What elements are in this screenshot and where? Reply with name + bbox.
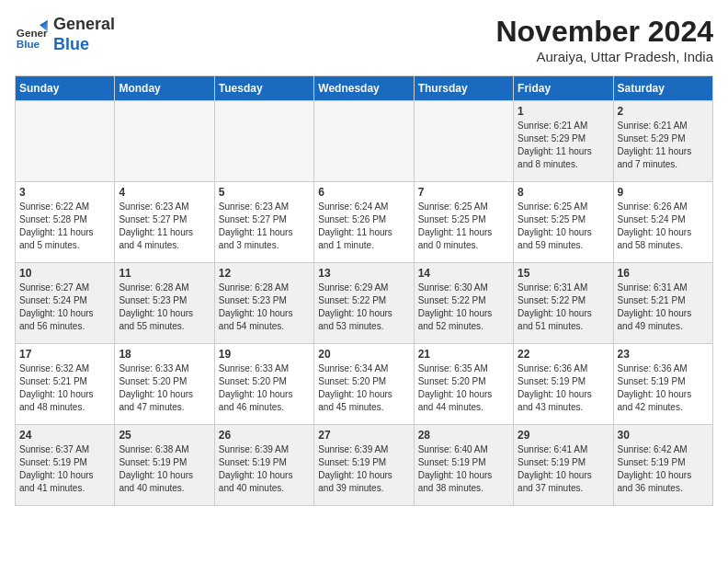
header-wednesday: Wednesday [314, 76, 414, 101]
day-info: Sunrise: 6:28 AMSunset: 5:23 PMDaylight:… [219, 282, 310, 333]
day-info: Sunrise: 6:37 AMSunset: 5:19 PMDaylight:… [19, 443, 110, 495]
logo-icon: General Blue [15, 18, 48, 52]
day-number: 12 [219, 267, 310, 280]
day-info: Sunrise: 6:23 AMSunset: 5:27 PMDaylight:… [119, 201, 210, 252]
day-number: 20 [318, 348, 409, 361]
day-info: Sunrise: 6:21 AMSunset: 5:29 PMDaylight:… [618, 120, 709, 171]
logo: General Blue GeneralBlue [15, 15, 115, 54]
day-info: Sunrise: 6:25 AMSunset: 5:25 PMDaylight:… [418, 201, 509, 252]
day-info: Sunrise: 6:23 AMSunset: 5:27 PMDaylight:… [219, 201, 310, 252]
day-number: 10 [19, 267, 110, 280]
day-info: Sunrise: 6:28 AMSunset: 5:23 PMDaylight:… [119, 282, 210, 333]
day-number: 3 [19, 186, 110, 199]
day-info: Sunrise: 6:24 AMSunset: 5:26 PMDaylight:… [318, 201, 409, 252]
day-number: 27 [318, 429, 409, 442]
cell-4-1: 25Sunrise: 6:38 AMSunset: 5:19 PMDayligh… [115, 425, 214, 506]
month-title: November 2024 [495, 15, 713, 49]
day-info: Sunrise: 6:39 AMSunset: 5:19 PMDaylight:… [318, 443, 409, 495]
day-number: 22 [518, 348, 609, 361]
day-info: Sunrise: 6:41 AMSunset: 5:19 PMDaylight:… [518, 443, 609, 495]
calendar-header: Sunday Monday Tuesday Wednesday Thursday… [16, 76, 713, 101]
day-info: Sunrise: 6:31 AMSunset: 5:22 PMDaylight:… [518, 282, 609, 333]
svg-text:Blue: Blue [17, 38, 40, 50]
day-number: 9 [618, 186, 709, 199]
header-saturday: Saturday [613, 76, 712, 101]
day-number: 6 [318, 186, 409, 199]
day-number: 5 [219, 186, 310, 199]
cell-4-5: 29Sunrise: 6:41 AMSunset: 5:19 PMDayligh… [514, 425, 613, 506]
week-row-5: 24Sunrise: 6:37 AMSunset: 5:19 PMDayligh… [16, 425, 713, 506]
cell-2-2: 12Sunrise: 6:28 AMSunset: 5:23 PMDayligh… [214, 263, 313, 344]
cell-2-4: 14Sunrise: 6:30 AMSunset: 5:22 PMDayligh… [414, 263, 513, 344]
day-number: 7 [418, 186, 509, 199]
cell-0-4 [414, 101, 513, 182]
day-number: 23 [618, 348, 709, 361]
day-number: 25 [119, 429, 210, 442]
cell-4-0: 24Sunrise: 6:37 AMSunset: 5:19 PMDayligh… [16, 425, 115, 506]
cell-0-1 [115, 101, 214, 182]
cell-1-3: 6Sunrise: 6:24 AMSunset: 5:26 PMDaylight… [314, 182, 414, 263]
day-number: 11 [119, 267, 210, 280]
cell-0-3 [314, 101, 414, 182]
cell-3-4: 21Sunrise: 6:35 AMSunset: 5:20 PMDayligh… [414, 344, 513, 425]
cell-2-0: 10Sunrise: 6:27 AMSunset: 5:24 PMDayligh… [16, 263, 115, 344]
week-row-4: 17Sunrise: 6:32 AMSunset: 5:21 PMDayligh… [16, 344, 713, 425]
day-info: Sunrise: 6:25 AMSunset: 5:25 PMDaylight:… [518, 201, 609, 252]
cell-4-4: 28Sunrise: 6:40 AMSunset: 5:19 PMDayligh… [414, 425, 513, 506]
cell-1-5: 8Sunrise: 6:25 AMSunset: 5:25 PMDaylight… [514, 182, 613, 263]
cell-1-2: 5Sunrise: 6:23 AMSunset: 5:27 PMDaylight… [214, 182, 313, 263]
title-block: November 2024 Auraiya, Uttar Pradesh, In… [495, 15, 713, 64]
day-info: Sunrise: 6:35 AMSunset: 5:20 PMDaylight:… [418, 362, 509, 414]
week-row-1: 1Sunrise: 6:21 AMSunset: 5:29 PMDaylight… [16, 101, 713, 182]
cell-2-1: 11Sunrise: 6:28 AMSunset: 5:23 PMDayligh… [115, 263, 214, 344]
week-row-2: 3Sunrise: 6:22 AMSunset: 5:28 PMDaylight… [16, 182, 713, 263]
day-info: Sunrise: 6:36 AMSunset: 5:19 PMDaylight:… [618, 362, 709, 414]
day-number: 13 [318, 267, 409, 280]
day-number: 29 [518, 429, 609, 442]
day-info: Sunrise: 6:22 AMSunset: 5:28 PMDaylight:… [19, 201, 110, 252]
cell-3-3: 20Sunrise: 6:34 AMSunset: 5:20 PMDayligh… [314, 344, 414, 425]
day-info: Sunrise: 6:33 AMSunset: 5:20 PMDaylight:… [219, 362, 310, 414]
day-number: 4 [119, 186, 210, 199]
header-sunday: Sunday [16, 76, 115, 101]
cell-2-5: 15Sunrise: 6:31 AMSunset: 5:22 PMDayligh… [514, 263, 613, 344]
svg-text:General: General [17, 26, 48, 38]
header-tuesday: Tuesday [214, 76, 313, 101]
cell-2-3: 13Sunrise: 6:29 AMSunset: 5:22 PMDayligh… [314, 263, 414, 344]
day-info: Sunrise: 6:33 AMSunset: 5:20 PMDaylight:… [119, 362, 210, 414]
day-number: 17 [19, 348, 110, 361]
cell-1-1: 4Sunrise: 6:23 AMSunset: 5:27 PMDaylight… [115, 182, 214, 263]
calendar-body: 1Sunrise: 6:21 AMSunset: 5:29 PMDaylight… [16, 101, 713, 506]
day-info: Sunrise: 6:27 AMSunset: 5:24 PMDaylight:… [19, 282, 110, 333]
cell-0-5: 1Sunrise: 6:21 AMSunset: 5:29 PMDaylight… [514, 101, 613, 182]
day-number: 26 [219, 429, 310, 442]
day-info: Sunrise: 6:34 AMSunset: 5:20 PMDaylight:… [318, 362, 409, 414]
page-header: General Blue GeneralBlue November 2024 A… [15, 15, 713, 64]
header-row: Sunday Monday Tuesday Wednesday Thursday… [16, 76, 713, 101]
day-number: 21 [418, 348, 509, 361]
day-number: 30 [618, 429, 709, 442]
day-info: Sunrise: 6:26 AMSunset: 5:24 PMDaylight:… [618, 201, 709, 252]
subtitle: Auraiya, Uttar Pradesh, India [495, 49, 713, 64]
day-info: Sunrise: 6:38 AMSunset: 5:19 PMDaylight:… [119, 443, 210, 495]
day-number: 28 [418, 429, 509, 442]
day-info: Sunrise: 6:29 AMSunset: 5:22 PMDaylight:… [318, 282, 409, 333]
week-row-3: 10Sunrise: 6:27 AMSunset: 5:24 PMDayligh… [16, 263, 713, 344]
header-thursday: Thursday [414, 76, 513, 101]
day-info: Sunrise: 6:42 AMSunset: 5:19 PMDaylight:… [618, 443, 709, 495]
day-number: 18 [119, 348, 210, 361]
day-number: 19 [219, 348, 310, 361]
cell-4-2: 26Sunrise: 6:39 AMSunset: 5:19 PMDayligh… [214, 425, 313, 506]
day-info: Sunrise: 6:36 AMSunset: 5:19 PMDaylight:… [518, 362, 609, 414]
day-number: 16 [618, 267, 709, 280]
header-monday: Monday [115, 76, 214, 101]
day-info: Sunrise: 6:32 AMSunset: 5:21 PMDaylight:… [19, 362, 110, 414]
cell-3-5: 22Sunrise: 6:36 AMSunset: 5:19 PMDayligh… [514, 344, 613, 425]
day-number: 2 [618, 105, 709, 118]
day-info: Sunrise: 6:40 AMSunset: 5:19 PMDaylight:… [418, 443, 509, 495]
cell-0-2 [214, 101, 313, 182]
cell-2-6: 16Sunrise: 6:31 AMSunset: 5:21 PMDayligh… [613, 263, 712, 344]
cell-3-0: 17Sunrise: 6:32 AMSunset: 5:21 PMDayligh… [16, 344, 115, 425]
day-info: Sunrise: 6:31 AMSunset: 5:21 PMDaylight:… [618, 282, 709, 333]
cell-0-6: 2Sunrise: 6:21 AMSunset: 5:29 PMDaylight… [613, 101, 712, 182]
